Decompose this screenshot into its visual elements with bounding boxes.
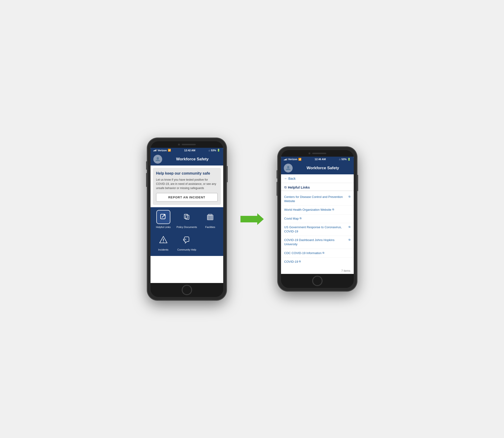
list-item[interactable]: World Health Organization Website ⧉: [281, 206, 354, 214]
link-text: COVID-19 Dashboard Johns Hopkins Univers…: [284, 238, 348, 246]
incidents-label: Incidents: [158, 248, 169, 251]
facilities-icon: [203, 210, 217, 224]
svg-point-0: [157, 157, 159, 159]
list-item[interactable]: Centers for Disease Control and Preventi…: [281, 193, 354, 206]
status-left-1: Verizon 📶: [153, 149, 171, 152]
volume-mute-button: [146, 161, 147, 170]
helpful-links-label: Helpful Links: [156, 225, 171, 229]
phone-bottom-2: [281, 274, 354, 288]
phone-1: Verizon 📶 12:42 AM ⌂ 53% 🔋: [147, 138, 226, 300]
list-item[interactable]: COVID-19 Dashboard Johns Hopkins Univers…: [281, 236, 354, 249]
status-bar-1: Verizon 📶 12:42 AM ⌂ 53% 🔋: [150, 148, 223, 153]
power-button-2: [357, 175, 358, 191]
main-scene: Verizon 📶 12:42 AM ⌂ 53% 🔋: [147, 138, 357, 300]
incidents-item[interactable]: Incidents: [153, 233, 174, 251]
status-time-2: 12:46 AM: [315, 158, 326, 161]
link-text: CDC COVID-19 Information: [284, 251, 322, 255]
volume-button: [146, 173, 147, 187]
link-text: COVID-19: [284, 260, 298, 264]
status-right-1: ⌂ 53% 🔋: [209, 149, 220, 152]
menu-grid-1: Helpful Links Policy Documents: [150, 207, 223, 231]
community-help-item[interactable]: Community Help: [176, 233, 197, 251]
link-text: World Health Organization Website: [284, 208, 332, 212]
phone-2: Verizon 📶 12:46 AM ⌂ 53% 🔋: [278, 147, 357, 291]
phone-top-bar: [150, 141, 223, 148]
helpful-links-section-title: Helpful Links: [288, 185, 310, 189]
list-item[interactable]: US Government Response to Coronavirus, C…: [281, 223, 354, 236]
helpful-links-item[interactable]: Helpful Links: [153, 210, 174, 229]
helpful-links-list: Centers for Disease Control and Preventi…: [281, 191, 354, 268]
battery-level-1: 53%: [211, 149, 216, 152]
app-header-1: Workforce Safety: [150, 153, 223, 165]
arrow-head: [257, 213, 264, 225]
volume-mute-button-2: [277, 170, 278, 179]
list-item[interactable]: Covid Map ⧉: [281, 214, 354, 223]
svg-point-15: [163, 241, 164, 242]
external-link-icon-0: ⧉: [349, 195, 350, 198]
facilities-label: Facilities: [205, 225, 215, 229]
status-bar-2: Verizon 📶 12:46 AM ⌂ 53% 🔋: [281, 157, 354, 162]
signal-strength: [153, 149, 157, 151]
earpiece: [182, 144, 196, 145]
carrier-name: Verizon: [158, 149, 167, 152]
card-body: Let us know if you have tested positive …: [156, 178, 218, 190]
external-link-icon-3: ⧉: [349, 225, 350, 229]
location-icon: ⌂: [209, 149, 210, 152]
svg-rect-12: [208, 214, 212, 215]
carrier-name-2: Verizon: [288, 158, 297, 161]
status-left-2: Verizon 📶: [284, 158, 301, 161]
incident-card: Help keep our community safe Let us know…: [153, 168, 221, 205]
community-help-label: Community Help: [177, 248, 196, 251]
list-item[interactable]: COVID-19 ⧉: [281, 258, 354, 266]
link-text: Centers for Disease Control and Preventi…: [284, 195, 348, 203]
report-incident-button[interactable]: REPORT AN INCIDENT: [156, 193, 218, 202]
phone-2-screen-area: Verizon 📶 12:46 AM ⌂ 53% 🔋: [281, 150, 354, 288]
app-title-2: Workforce Safety: [295, 166, 351, 170]
facilities-item[interactable]: Facilities: [200, 210, 221, 229]
link-text: US Government Response to Coronavirus, C…: [284, 225, 348, 234]
arrow-body: [240, 216, 258, 222]
battery-level-2: 53%: [341, 158, 346, 161]
policy-documents-item[interactable]: Policy Documents: [176, 210, 197, 229]
phone-2-screen: Verizon 📶 12:46 AM ⌂ 53% 🔋: [281, 157, 354, 274]
helpful-links-header: ⧉ Helpful Links: [281, 183, 354, 191]
signal-strength-2: [284, 158, 287, 160]
volume-button-2: [277, 182, 278, 196]
card-title: Help keep our community safe: [156, 171, 218, 176]
community-help-icon: [180, 233, 194, 247]
external-link-icon-4: ⧉: [349, 238, 350, 241]
items-count: 7 items: [281, 268, 354, 274]
svg-point-17: [287, 166, 290, 168]
user-avatar-1[interactable]: [153, 155, 162, 164]
home-button-2[interactable]: [312, 276, 322, 286]
battery-icon: 🔋: [217, 149, 220, 152]
phone-1-screen: Verizon 📶 12:42 AM ⌂ 53% 🔋: [150, 148, 223, 283]
back-button[interactable]: ← Back: [281, 174, 354, 183]
incidents-icon: [156, 233, 170, 247]
earpiece-2: [312, 153, 326, 154]
external-link-icon-1: ⧉: [332, 208, 334, 211]
phone-top-bar-2: [281, 150, 354, 157]
status-right-2: ⌂ 53% 🔋: [339, 158, 351, 161]
location-icon-2: ⌂: [339, 158, 341, 161]
external-link-icon-2: ⧉: [300, 217, 301, 220]
empty-grid-item: [200, 233, 221, 251]
home-button-1[interactable]: [182, 285, 192, 295]
policy-documents-label: Policy Documents: [176, 225, 197, 229]
battery-icon-2: 🔋: [347, 158, 351, 161]
wifi-icon-2: 📶: [298, 158, 301, 161]
external-link-section-icon: ⧉: [284, 185, 287, 189]
external-link-icon-6: ⧉: [299, 260, 301, 263]
front-camera-2: [309, 153, 310, 154]
list-item[interactable]: CDC COVID-19 Information ⧉: [281, 249, 354, 258]
app-title-1: Workforce Safety: [164, 157, 220, 162]
back-label: Back: [289, 177, 296, 180]
user-avatar-2[interactable]: [284, 164, 293, 173]
menu-grid-2: Incidents Community Help: [150, 232, 223, 256]
external-link-icon-5: ⧉: [322, 251, 324, 254]
front-camera: [178, 143, 180, 145]
phone-1-screen-area: Verizon 📶 12:42 AM ⌂ 53% 🔋: [150, 141, 223, 297]
policy-documents-icon: [180, 210, 194, 224]
app-header-2: Workforce Safety: [281, 162, 354, 174]
navigation-arrow: [240, 213, 264, 225]
